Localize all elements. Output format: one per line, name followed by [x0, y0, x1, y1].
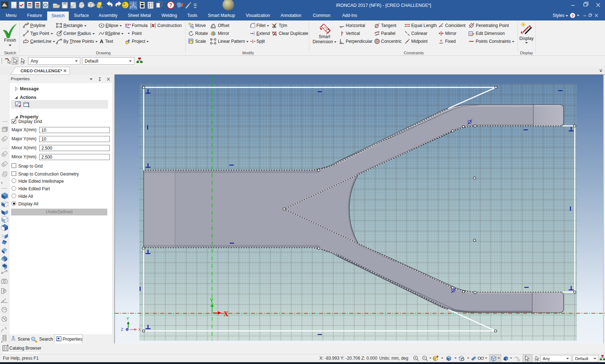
svg-text:CREO CHALLENGE*: CREO CHALLENGE*	[21, 68, 62, 73]
svg-text:Scene: Scene	[18, 337, 30, 342]
svg-text:A: A	[100, 38, 103, 44]
svg-text:X: X	[138, 328, 141, 332]
svg-text:IRONCAD 2017 (NFR) - [CREO CHA: IRONCAD 2017 (NFR) - [CREO CHALLENGE*]	[336, 3, 431, 8]
svg-text:?: ?	[572, 14, 574, 18]
svg-text:XY=: XY=	[125, 23, 131, 27]
svg-text:X: X	[224, 310, 228, 318]
svg-text:Search: Search	[39, 337, 53, 342]
svg-text:Catalog Browser: Catalog Browser	[9, 346, 41, 351]
svg-text:Finish: Finish	[4, 38, 16, 43]
svg-text:Z: Z	[121, 328, 123, 332]
svg-text:Y: Y	[126, 317, 129, 321]
svg-text:Properties: Properties	[63, 337, 82, 342]
svg-text:Y: Y	[210, 297, 214, 303]
svg-text:?: ?	[169, 2, 172, 8]
